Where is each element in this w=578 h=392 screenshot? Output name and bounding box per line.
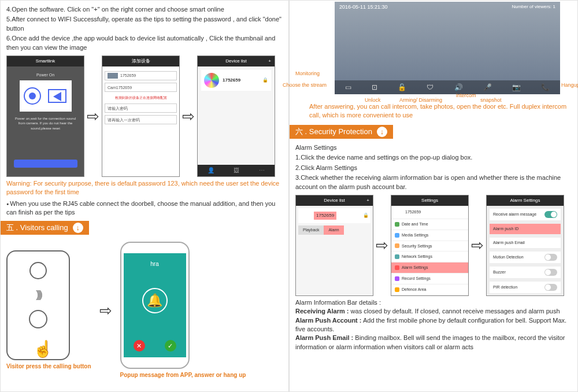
decline-button[interactable]: ✕ [134, 340, 145, 352]
speaker-icon[interactable]: 🔊 [454, 83, 463, 93]
settings-item-alarm[interactable]: Alarm Settings [391, 262, 468, 273]
app-header: Settings [391, 195, 468, 206]
phone-smartlink: Smartlink Power On Power on,wait for the… [6, 56, 84, 177]
section-6-title: 六 . Security Protection [295, 127, 372, 137]
step-5: 5.After connect to WIFI Successfully, op… [6, 15, 283, 33]
alarm-item-push-id[interactable]: Alarm push ID [490, 224, 561, 235]
settings-list: 1752659 Date and Time Media Settings Sec… [391, 206, 468, 296]
down-arrow-icon: ↓ [73, 223, 83, 233]
password-confirm-field[interactable]: 请再输入一次密码 [105, 115, 177, 124]
timestamp: 2016-05-11 15:21:30 [339, 3, 388, 11]
warning-text: 检测到新的设备正在连接网络配置 [105, 95, 177, 100]
section-5-header: 五 . Visitors calling ↓ [1, 221, 89, 235]
tab-contacts-icon[interactable]: 👤 [208, 167, 214, 175]
settings-item[interactable]: Date and Time [391, 219, 468, 230]
monitor-icon[interactable]: ⊡ [372, 83, 377, 93]
phone-body: 1752659 🔒 [198, 66, 275, 177]
arrow-icon: ⇨ [87, 106, 99, 127]
hand-pointer-icon: ☝ [33, 338, 53, 360]
device-card[interactable]: 1752659 🔒 [201, 70, 271, 91]
toggle-off[interactable] [544, 254, 557, 261]
unlock-icon[interactable]: 🔓 [398, 83, 406, 93]
section-5-title: 五 . Visitors calling [6, 223, 68, 233]
add-icon[interactable]: + [366, 195, 369, 206]
tab-image-icon[interactable]: 🖼 [234, 167, 239, 175]
password-field[interactable]: 请输入密码 [105, 103, 177, 113]
device-thumb-icon [300, 210, 312, 221]
alarm-item[interactable]: Buzzer [490, 267, 561, 279]
arrow-icon: ⇨ [99, 300, 112, 321]
power-on-label: Power On [7, 72, 84, 78]
bell-icon: 🔔 [142, 288, 168, 313]
hangup-icon[interactable]: 📞 [541, 83, 550, 93]
toggle-on[interactable] [544, 211, 557, 218]
settings-item[interactable]: Security Settings [391, 241, 468, 252]
alarm-item[interactable]: Motion Detection [490, 252, 561, 264]
doorbell-diagram: )))) ☝ Visitor press the calling button [6, 250, 91, 371]
accept-button[interactable]: ✓ [165, 340, 176, 352]
next-button[interactable] [14, 160, 77, 168]
device-card[interactable]: 1752659 🔒 [298, 208, 370, 223]
app-header: Device list+ [296, 195, 373, 206]
step-4: 4.Open the software. Click on "+" on the… [6, 5, 283, 14]
down-arrow-icon: ↓ [377, 127, 387, 137]
settings-item[interactable]: Network Settings [391, 252, 468, 262]
camera-view-diagram: 2016-05-11 15:21:30 Number of viewers: 1… [295, 2, 573, 100]
alarm-title: Alarm Settings [295, 143, 572, 152]
add-icon[interactable]: + [268, 56, 271, 66]
right-column: 2016-05-11 15:21:30 Number of viewers: 1… [289, 0, 578, 392]
tag-unlock: Unlock [365, 97, 381, 104]
device-thumbnail-icon [204, 73, 219, 88]
tab-bar: 👤🖼⋯ [198, 165, 275, 176]
tip-text: Power on,wait for the connection sound f… [7, 116, 84, 131]
camera-diagram [20, 80, 72, 112]
camera-icon[interactable]: 📷 [512, 83, 521, 93]
phone-incoming: hra 🔔 ✕ ✓ Popup message from APP, answer… [120, 242, 246, 379]
alarm-button[interactable]: Alarm [324, 225, 343, 235]
visitors-row: )))) ☝ Visitor press the calling button … [6, 242, 283, 379]
camera-lens-icon [29, 262, 47, 279]
phone-device-list: Device list+ 1752659 🔒 Playback Alarm [295, 195, 373, 296]
step-6: 6.Once add the device ,the app would bac… [6, 34, 283, 52]
card-buttons: Playback Alarm [298, 225, 370, 235]
mic-icon[interactable]: 🎤 [483, 83, 492, 93]
detail-push-email: Alarm Push Email : Binding mailbox. Bell… [295, 334, 572, 352]
device-id: 1752659 [120, 73, 136, 79]
arrow-icon: ⇨ [182, 106, 195, 127]
device-id: 1752659 [314, 212, 336, 219]
settings-item[interactable]: Record Settings [391, 273, 468, 284]
camera-feed: 2016-05-11 15:21:30 Number of viewers: 1… [335, 2, 560, 94]
svg-marker-3 [53, 92, 61, 101]
settings-item[interactable]: Storage settings [391, 295, 468, 296]
alarm-item[interactable]: PIR detection [490, 282, 561, 294]
speaker-waves-icon: )))) [8, 287, 69, 302]
playback-button[interactable]: Playback [298, 225, 324, 235]
tab-more-icon[interactable]: ⋯ [259, 167, 265, 175]
details-title: Alarm Information Bar details : [295, 298, 572, 307]
call-button[interactable] [29, 310, 47, 328]
tag-intercom: intercom [456, 92, 476, 99]
alarm-item[interactable]: Receive alarm message [490, 209, 561, 221]
alarm-settings-list: Receive alarm message Alarm push ID Alar… [487, 209, 564, 294]
phone-body: Power On Power on,wait for the connectio… [7, 66, 84, 177]
body: 1752659 🔒 Playback Alarm [296, 206, 373, 296]
app-header: Smartlink [7, 56, 84, 66]
stream-selector[interactable]: ▭ [345, 83, 351, 93]
toggle-off[interactable] [544, 284, 557, 291]
settings-item[interactable]: Defence Area [391, 284, 468, 295]
toggle-off[interactable] [544, 269, 557, 276]
phone-caption: Popup message from APP, answer or hang u… [120, 371, 246, 379]
arrow-icon: ⇨ [376, 235, 388, 256]
rj45-note: When you use the RJ45 cable connect the … [6, 199, 283, 217]
settings-item[interactable]: Media Settings [391, 230, 468, 241]
tag-arming: Arming/ Disarming [399, 97, 442, 104]
alarm-item[interactable]: Alarm push Email [490, 238, 561, 249]
lock-icon: 🔒 [262, 77, 268, 83]
arrow-icon: ⇨ [471, 235, 484, 256]
shield-icon[interactable]: 🛡 [427, 83, 433, 93]
tag-hangup: Hangup [561, 82, 578, 89]
phone-device-list: Device list+ 1752659 🔒 👤🖼⋯ [197, 56, 275, 177]
detail-receiving: Receiving Alarm : was closed by default.… [295, 307, 572, 316]
app-header: 添加设备 [102, 56, 179, 66]
tag-monitoring: Monitoring [295, 70, 320, 77]
